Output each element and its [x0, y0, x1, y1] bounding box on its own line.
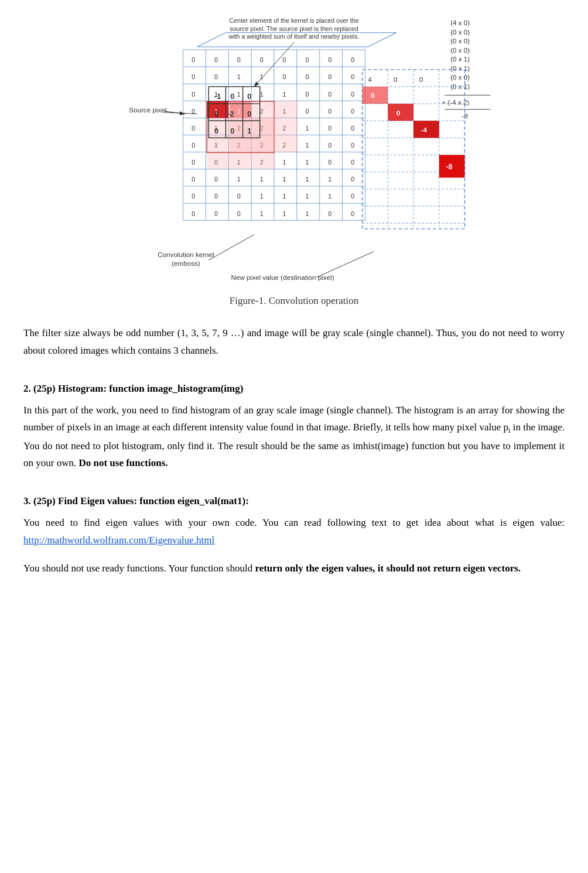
svg-text:(0 x 1): (0 x 1)	[450, 55, 470, 63]
svg-text:0: 0	[247, 110, 251, 118]
svg-text:(0 x 0): (0 x 0)	[450, 73, 470, 81]
svg-text:0: 0	[192, 56, 195, 63]
svg-text:1: 1	[237, 91, 241, 98]
svg-text:1: 1	[305, 142, 309, 149]
svg-text:0: 0	[351, 193, 354, 200]
svg-text:-8: -8	[446, 163, 452, 171]
svg-text:1: 1	[305, 210, 309, 217]
svg-text:1: 1	[283, 210, 286, 217]
svg-text:1: 1	[260, 193, 264, 200]
svg-rect-122	[230, 101, 298, 152]
svg-text:(0 x 0): (0 x 0)	[450, 28, 470, 36]
figure-caption: Figure-1. Convolution operation	[230, 295, 359, 307]
svg-text:0: 0	[237, 56, 241, 63]
svg-text:0: 0	[305, 108, 309, 115]
svg-text:1: 1	[237, 176, 241, 183]
svg-text:1: 1	[283, 193, 286, 200]
svg-text:0: 0	[351, 159, 354, 166]
svg-text:0: 0	[328, 108, 331, 115]
svg-text:0: 0	[351, 176, 354, 183]
svg-text:0: 0	[192, 125, 195, 132]
svg-text:1: 1	[328, 176, 331, 183]
svg-text:0: 0	[283, 73, 286, 80]
svg-text:New pixel value (destination p: New pixel value (destination pixel)	[231, 273, 334, 281]
svg-text:0: 0	[192, 210, 195, 217]
svg-text:0: 0	[305, 56, 309, 63]
svg-text:0: 0	[214, 56, 218, 63]
svg-text:0: 0	[214, 127, 218, 135]
svg-text:(0 x 1): (0 x 1)	[450, 64, 470, 72]
svg-text:0: 0	[237, 193, 241, 200]
section-3-heading-block: 3. (25p) Find Eigen values: function eig…	[23, 495, 565, 507]
svg-text:1: 1	[283, 176, 286, 183]
svg-text:0: 0	[328, 125, 331, 132]
svg-text:0: 0	[328, 73, 331, 80]
svg-text:0: 0	[351, 56, 354, 63]
section-2-paragraph: In this part of the work, you need to fi…	[23, 402, 565, 473]
eigenvalue-link[interactable]: http://mathworld.wolfram.com/Eigenvalue.…	[23, 535, 214, 546]
svg-text:0: 0	[419, 76, 423, 83]
svg-text:1: 1	[305, 125, 309, 132]
svg-text:1: 1	[260, 176, 264, 183]
svg-text:(emboss): (emboss)	[172, 259, 200, 267]
svg-text:0: 0	[247, 93, 251, 101]
svg-text:0: 0	[305, 91, 309, 98]
section-3-bold: return only the eigen values, it should …	[255, 563, 521, 574]
svg-text:0: 0	[214, 210, 218, 217]
svg-text:0: 0	[192, 108, 195, 115]
figure-container: (4 x 0) (0 x 0) (0 x 0) (0 x 0) (0 x 1) …	[23, 12, 565, 307]
svg-text:0: 0	[192, 159, 195, 166]
svg-text:1: 1	[305, 176, 309, 183]
svg-text:0: 0	[328, 142, 331, 149]
section-2-bold: Do not use functions.	[76, 457, 167, 468]
svg-text:0: 0	[351, 210, 354, 217]
svg-text:0: 0	[328, 159, 331, 166]
section-3-paragraph-2: You should not use ready functions. Your…	[23, 560, 565, 577]
svg-text:-1: -1	[214, 93, 221, 101]
svg-text:1: 1	[283, 91, 286, 98]
section-3-paragraph-1: You need to find eigen values with your …	[23, 514, 565, 549]
svg-text:0: 0	[328, 210, 331, 217]
svg-text:0: 0	[351, 91, 354, 98]
svg-text:0: 0	[260, 56, 264, 63]
svg-text:0: 0	[214, 73, 218, 80]
section-3-heading: 3. (25p) Find Eigen values: function eig…	[23, 495, 565, 507]
svg-text:0: 0	[351, 73, 354, 80]
svg-text:1: 1	[328, 193, 331, 200]
svg-text:0: 0	[283, 56, 286, 63]
section-2-heading-block: 2. (25p) Histogram: function image_histo…	[23, 383, 565, 395]
section-2-text-start: In this part of the work, you need to fi…	[23, 405, 565, 433]
svg-text:0: 0	[192, 176, 195, 183]
svg-text:0: 0	[328, 91, 331, 98]
section-2-heading: 2. (25p) Histogram: function image_histo…	[23, 383, 565, 395]
svg-text:0: 0	[214, 176, 218, 183]
svg-text:-2: -2	[227, 110, 234, 118]
svg-text:1: 1	[247, 127, 251, 135]
svg-text:0: 0	[328, 56, 331, 63]
svg-text:Center element of the kernel i: Center element of the kernel is placed o…	[229, 17, 358, 24]
svg-text:-4: -4	[421, 126, 428, 133]
svg-text:0: 0	[237, 210, 241, 217]
svg-text:source pixel. The source pixel: source pixel. The source pixel is then r…	[230, 25, 358, 32]
svg-text:1: 1	[260, 91, 264, 98]
svg-text:+ (-4 x 2): + (-4 x 2)	[442, 98, 470, 106]
svg-text:Source pixel: Source pixel	[129, 106, 166, 114]
svg-text:0: 0	[230, 127, 234, 135]
svg-text:0: 0	[192, 91, 195, 98]
svg-text:0: 0	[214, 110, 218, 118]
svg-text:0: 0	[351, 142, 354, 149]
svg-text:0: 0	[396, 109, 400, 117]
svg-text:0: 0	[192, 142, 195, 149]
svg-text:0: 0	[192, 73, 195, 80]
svg-text:(0 x 0): (0 x 0)	[450, 37, 470, 44]
svg-text:0: 0	[305, 73, 309, 80]
svg-text:1: 1	[237, 73, 241, 80]
svg-text:4: 4	[368, 76, 372, 83]
svg-text:1: 1	[260, 210, 264, 217]
svg-text:with a weighted sum of itself : with a weighted sum of itself and nearby…	[228, 33, 359, 40]
convolution-diagram: (4 x 0) (0 x 0) (0 x 0) (0 x 0) (0 x 1) …	[95, 12, 493, 281]
svg-text:0: 0	[351, 108, 354, 115]
section-3-text-1: You need to find eigen values with your …	[23, 517, 565, 528]
svg-text:1: 1	[305, 193, 309, 200]
svg-rect-161	[388, 104, 413, 121]
